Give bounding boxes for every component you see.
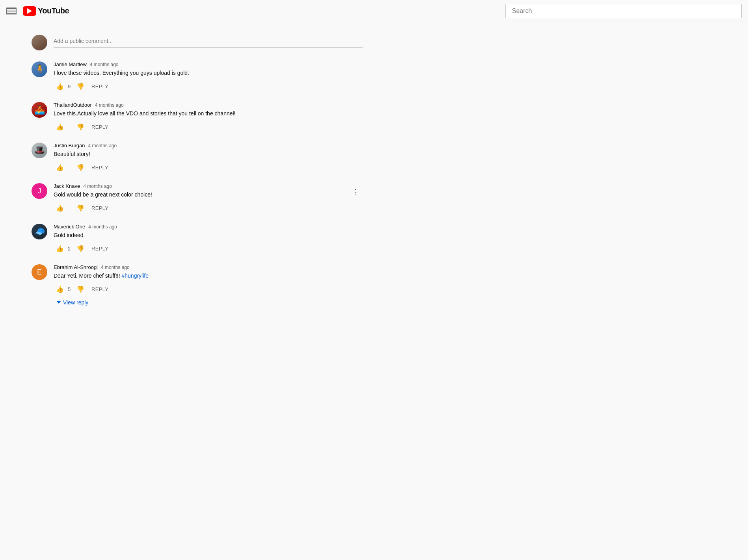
thumb-down-icon: 👎 — [76, 286, 84, 293]
avatar: 🚣 — [32, 102, 47, 118]
reply-button[interactable]: REPLY — [88, 162, 112, 173]
current-user-avatar — [32, 35, 47, 50]
thumb-down-icon: 👎 — [76, 164, 84, 171]
comment-item: J Jack Knave 4 months ago Gold would be … — [32, 178, 363, 219]
comment-header: Jamie Martlew 4 months ago — [54, 61, 363, 67]
dislike-button[interactable]: 👎 — [74, 243, 87, 255]
dislike-button[interactable]: 👎 — [74, 202, 87, 214]
more-options-button[interactable]: ⋮ — [348, 185, 363, 199]
avatar: E — [32, 264, 47, 280]
avatar-letter: E — [37, 268, 42, 276]
like-button[interactable]: 👍 — [54, 161, 66, 174]
main-content: 🧍 Jamie Martlew 4 months ago I love thes… — [0, 22, 394, 319]
like-count: 5 — [68, 286, 73, 292]
comment-actions: 👍 👎 REPLY — [54, 121, 363, 133]
comment-author: Maverick One — [54, 224, 85, 230]
avatar: 🧢 — [32, 224, 47, 239]
comment-author: Ebrahim Al-Shroogi — [54, 264, 98, 270]
thumb-up-icon: 👍 — [56, 245, 64, 252]
view-reply-label: View reply — [63, 299, 88, 306]
reply-button[interactable]: REPLY — [88, 81, 112, 92]
like-button[interactable]: 👍 — [54, 80, 66, 93]
comment-body: Jack Knave 4 months ago Gold would be a … — [54, 183, 363, 214]
comment-header: Maverick One 4 months ago — [54, 224, 363, 230]
comment-time: 4 months ago — [95, 102, 124, 108]
comment-text: Love this.Actually love all the VDO and … — [54, 109, 363, 118]
comments-list: 🧍 Jamie Martlew 4 months ago I love thes… — [32, 57, 363, 313]
comment-time: 4 months ago — [90, 62, 119, 67]
comment-text-plain: Dear Yeti. More chef stuff!!! — [54, 273, 122, 279]
like-button[interactable]: 👍 — [54, 202, 66, 214]
comment-header: Jack Knave 4 months ago — [54, 183, 363, 189]
like-count: 2 — [68, 246, 73, 252]
comment-header: ThailandOutdoor 4 months ago — [54, 102, 363, 108]
comment-author: Jamie Martlew — [54, 61, 87, 67]
like-button[interactable]: 👍 — [54, 283, 66, 295]
comment-text: Gold indeed. — [54, 231, 363, 239]
dislike-button[interactable]: 👎 — [74, 121, 87, 133]
comment-item: E Ebrahim Al-Shroogi 4 months ago Dear Y… — [32, 260, 363, 313]
avatar-letter: J — [38, 187, 41, 195]
comment-item: 🧍 Jamie Martlew 4 months ago I love thes… — [32, 57, 363, 97]
search-input[interactable] — [505, 4, 742, 18]
comment-time: 4 months ago — [83, 184, 112, 189]
comment-item: 🎩 Justin Burgan 4 months ago Beautiful s… — [32, 138, 363, 178]
comment-item: 🚣 ThailandOutdoor 4 months ago Love this… — [32, 97, 363, 138]
comment-text: I love these videos. Everything you guys… — [54, 69, 363, 77]
reply-button[interactable]: REPLY — [88, 122, 112, 132]
comment-body: Jamie Martlew 4 months ago I love these … — [54, 61, 363, 93]
thumb-up-icon: 👍 — [56, 204, 64, 212]
chevron-down-icon — [57, 301, 61, 304]
view-reply-button[interactable]: View reply — [54, 297, 91, 308]
comment-author: Jack Knave — [54, 183, 80, 189]
search-bar — [505, 4, 742, 18]
comment-body: ThailandOutdoor 4 months ago Love this.A… — [54, 102, 363, 133]
logo[interactable]: YouTube — [23, 6, 69, 16]
thumb-down-icon: 👎 — [76, 245, 84, 252]
thumb-down-icon: 👎 — [76, 83, 84, 90]
comment-actions: 👍 9 👎 REPLY — [54, 80, 363, 93]
comment-time: 4 months ago — [88, 143, 117, 148]
menu-button[interactable] — [6, 7, 17, 15]
thumb-down-icon: 👎 — [76, 204, 84, 212]
comment-author: Justin Burgan — [54, 143, 85, 148]
comment-input-wrapper — [54, 35, 363, 48]
comment-header: Ebrahim Al-Shroogi 4 months ago — [54, 264, 363, 270]
dislike-button[interactable]: 👎 — [74, 161, 87, 174]
comment-item: 🧢 Maverick One 4 months ago Gold indeed.… — [32, 219, 363, 260]
comment-body: Justin Burgan 4 months ago Beautiful sto… — [54, 143, 363, 174]
comment-actions: 👍 5 👎 REPLY — [54, 283, 363, 295]
comment-text: Gold would be a great next color choice! — [54, 191, 363, 199]
reply-button[interactable]: REPLY — [88, 284, 112, 295]
thumb-up-icon: 👍 — [56, 286, 64, 293]
avatar: 🎩 — [32, 143, 47, 158]
reply-button[interactable]: REPLY — [88, 243, 112, 254]
comment-actions: 👍 👎 REPLY — [54, 202, 363, 214]
dislike-button[interactable]: 👎 — [74, 80, 87, 93]
thumb-up-icon: 👍 — [56, 83, 64, 90]
comment-actions: 👍 👎 REPLY — [54, 161, 363, 174]
comment-body: Maverick One 4 months ago Gold indeed. 👍… — [54, 224, 363, 255]
logo-text: YouTube — [38, 6, 69, 15]
comment-header: Justin Burgan 4 months ago — [54, 143, 363, 148]
comment-time: 4 months ago — [101, 265, 130, 270]
comment-actions: 👍 2 👎 REPLY — [54, 243, 363, 255]
comment-author: ThailandOutdoor — [54, 102, 92, 108]
thumb-up-icon: 👍 — [56, 164, 64, 171]
avatar: J — [32, 183, 47, 199]
like-count: 9 — [68, 83, 73, 89]
dislike-button[interactable]: 👎 — [74, 283, 87, 295]
reply-button[interactable]: REPLY — [88, 203, 112, 213]
comment-input[interactable] — [54, 35, 363, 48]
like-button[interactable]: 👍 — [54, 121, 66, 133]
like-button[interactable]: 👍 — [54, 243, 66, 255]
comment-text: Beautiful story! — [54, 150, 363, 158]
hashtag-link[interactable]: #hungrylife — [122, 273, 149, 279]
comment-text: Dear Yeti. More chef stuff!!! #hungrylif… — [54, 272, 363, 280]
youtube-logo-icon — [23, 6, 36, 16]
comment-body: Ebrahim Al-Shroogi 4 months ago Dear Yet… — [54, 264, 363, 308]
header: YouTube — [0, 0, 748, 22]
comment-input-section — [32, 28, 363, 57]
thumb-up-icon: 👍 — [56, 123, 64, 131]
comment-time: 4 months ago — [88, 224, 117, 230]
